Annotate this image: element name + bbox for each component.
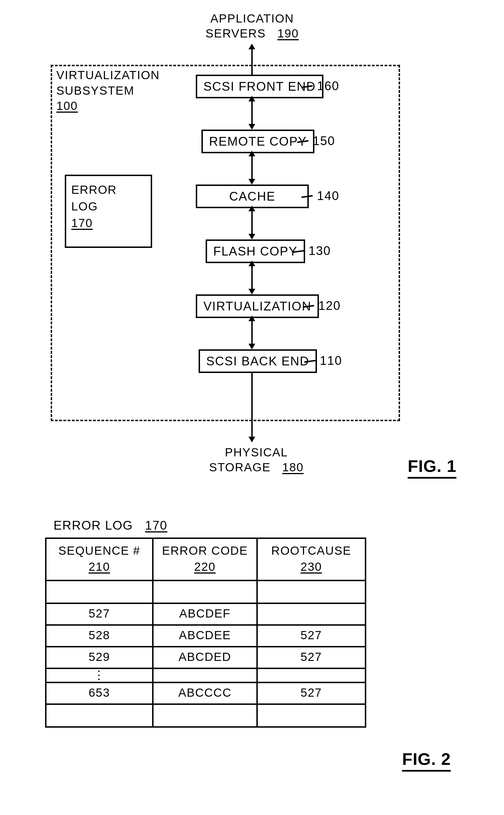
cell-seq-ellipsis: ⋮ xyxy=(46,669,153,683)
arrowhead-up-icon xyxy=(248,206,255,211)
error-log-title-ref: 170 xyxy=(145,518,167,532)
arrowhead-down-icon xyxy=(248,234,255,239)
block-label: SCSI BACK END xyxy=(206,354,309,368)
header-ref: 210 xyxy=(88,560,110,573)
block-label: CACHE xyxy=(229,189,275,203)
block-label: VIRTUALIZATION xyxy=(203,299,311,313)
block-ref: 120 xyxy=(318,299,341,313)
table-row: 529 ABCDED 527 xyxy=(46,647,366,669)
subsystem-line2: SUBSYSTEM xyxy=(56,84,134,97)
app-servers-line1: APPLICATION xyxy=(210,12,294,25)
cell-root xyxy=(257,704,365,727)
table-row: 528 ABCDEE 527 xyxy=(46,625,366,647)
table-row: 527 ABCDEF xyxy=(46,603,366,625)
table-header-row: SEQUENCE # 210 ERROR CODE 220 ROOTCAUSE … xyxy=(46,538,366,581)
header-ref: 220 xyxy=(194,560,216,573)
arrowhead-down-icon xyxy=(248,344,255,349)
figure-1-caption: FIG. 1 xyxy=(408,456,456,479)
block-cache: CACHE xyxy=(196,185,309,208)
header-error-code: ERROR CODE 220 xyxy=(153,538,257,581)
block-virtualization: VIRTUALIZATION xyxy=(196,294,319,318)
arrowhead-up-icon xyxy=(248,261,255,266)
cell-root xyxy=(257,669,365,683)
error-log-title-text: ERROR LOG xyxy=(54,518,133,532)
phys-line2: STORAGE xyxy=(209,461,271,474)
block-label: REMOTE COPY xyxy=(209,134,307,148)
connector xyxy=(251,372,253,439)
arrowhead-down-icon xyxy=(248,179,255,185)
connector xyxy=(251,97,253,128)
block-flash-copy: FLASH COPY xyxy=(206,239,305,263)
header-label: ROOTCAUSE xyxy=(271,544,351,557)
cell-err: ABCCCC xyxy=(153,683,257,704)
subsystem-line1: VIRTUALIZATION xyxy=(56,68,160,82)
header-label: ERROR CODE xyxy=(162,544,248,557)
cell-root: 527 xyxy=(257,683,365,704)
cell-seq: 653 xyxy=(46,683,153,704)
cell-seq: 529 xyxy=(46,647,153,669)
header-rootcause: ROOTCAUSE 230 xyxy=(257,538,365,581)
header-label: SEQUENCE # xyxy=(58,544,140,557)
cell-root: 527 xyxy=(257,647,365,669)
app-servers-line2: SERVERS xyxy=(205,27,266,40)
cell-err xyxy=(153,669,257,683)
cell-seq: 528 xyxy=(46,625,153,647)
arrowhead-up-icon xyxy=(248,44,255,49)
cell-root xyxy=(257,581,365,603)
table-row: ⋮ xyxy=(46,669,366,683)
arrowhead-up-icon xyxy=(248,151,255,156)
cell-err: ABCDEF xyxy=(153,603,257,625)
arrowhead-down-icon xyxy=(248,124,255,130)
block-ref: 130 xyxy=(308,244,331,258)
block-label: FLASH COPY xyxy=(213,244,297,258)
connector xyxy=(251,207,253,238)
block-ref: 160 xyxy=(317,79,339,93)
connector xyxy=(251,152,253,183)
header-ref: 230 xyxy=(301,560,322,573)
cell-err xyxy=(153,581,257,603)
table-row: 653 ABCCCC 527 xyxy=(46,683,366,704)
cell-root: 527 xyxy=(257,625,365,647)
cell-seq: 527 xyxy=(46,603,153,625)
arrowhead-down-icon xyxy=(248,289,255,294)
cell-err xyxy=(153,704,257,727)
block-scsi-back-end: SCSI BACK END xyxy=(199,349,317,373)
cell-root xyxy=(257,603,365,625)
cell-err: ABCDED xyxy=(153,647,257,669)
phys-ref: 180 xyxy=(282,461,304,474)
physical-storage-label: PHYSICAL STORAGE 180 xyxy=(189,445,324,475)
application-servers-label: APPLICATION SERVERS 190 xyxy=(196,11,308,41)
table-row xyxy=(46,581,366,603)
subsystem-ref: 100 xyxy=(56,99,78,112)
table-row xyxy=(46,704,366,727)
figure-2: ERROR LOG 170 SEQUENCE # 210 ERROR CODE … xyxy=(45,518,468,800)
error-log-ref: 170 xyxy=(71,216,93,230)
connector xyxy=(251,45,253,75)
figure-1: APPLICATION SERVERS 190 VIRTUALIZATION S… xyxy=(39,11,462,490)
cell-err: ABCDEE xyxy=(153,625,257,647)
app-servers-ref: 190 xyxy=(277,27,299,40)
arrowhead-up-icon xyxy=(248,316,255,321)
arrowhead-down-icon xyxy=(248,437,255,442)
error-log-table: SEQUENCE # 210 ERROR CODE 220 ROOTCAUSE … xyxy=(45,538,366,728)
connector xyxy=(251,317,253,348)
error-log-box: ERROR LOG 170 xyxy=(65,175,152,248)
block-ref: 150 xyxy=(313,134,335,148)
table-body: 527 ABCDEF 528 ABCDEE 527 529 ABCDED 527… xyxy=(46,581,366,727)
phys-line1: PHYSICAL xyxy=(225,446,288,459)
block-ref: 140 xyxy=(317,189,339,203)
cell-seq xyxy=(46,704,153,727)
virtualization-subsystem-label: VIRTUALIZATION SUBSYSTEM 100 xyxy=(56,68,160,114)
arrowhead-up-icon xyxy=(248,96,255,101)
cell-seq xyxy=(46,581,153,603)
connector xyxy=(251,262,253,293)
figure-2-caption: FIG. 2 xyxy=(402,749,451,772)
error-log-table-title: ERROR LOG 170 xyxy=(54,518,468,532)
header-sequence: SEQUENCE # 210 xyxy=(46,538,153,581)
block-label: SCSI FRONT END xyxy=(203,79,316,93)
block-ref: 110 xyxy=(320,354,342,368)
error-log-label: ERROR LOG xyxy=(71,183,117,213)
